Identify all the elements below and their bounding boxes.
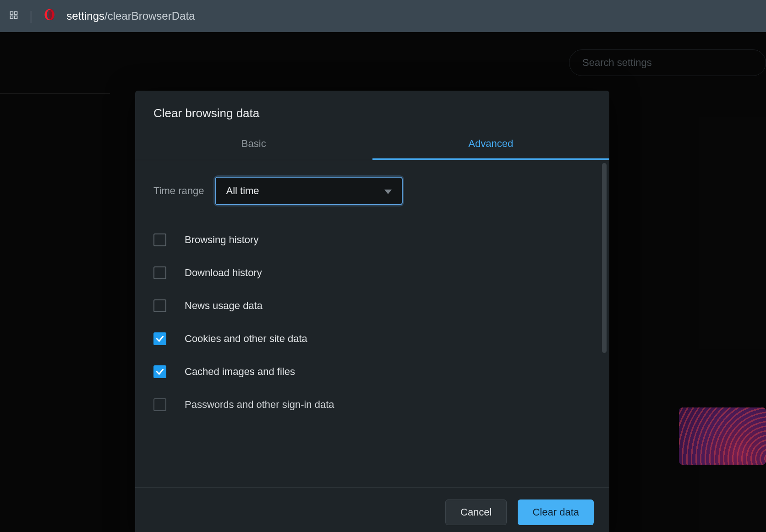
svg-rect-3 <box>15 16 17 19</box>
check-label: Browsing history <box>185 234 258 246</box>
clear-data-button[interactable]: Clear data <box>518 499 594 525</box>
check-row[interactable]: News usage data <box>153 289 591 322</box>
titlebar-separator: | <box>29 9 33 23</box>
address-url-path: /clearBrowserData <box>104 10 195 22</box>
svg-rect-1 <box>15 12 17 15</box>
svg-point-6 <box>49 9 55 20</box>
dialog-body: Time range All time Browsing historyDown… <box>135 160 609 487</box>
check-label: Passwords and other sign-in data <box>185 399 334 411</box>
check-label: Cookies and other site data <box>185 333 307 345</box>
check-row[interactable]: Cached images and files <box>153 355 591 388</box>
checkbox[interactable] <box>153 266 166 279</box>
time-range-value: All time <box>226 185 259 197</box>
dialog-tabs: Basic Advanced <box>135 133 609 160</box>
check-row[interactable]: Passwords and other sign-in data <box>153 388 591 421</box>
tab-advanced[interactable]: Advanced <box>372 133 610 160</box>
time-range-select[interactable]: All time <box>215 177 403 205</box>
page-body: ngs Search settings Clear browsing data … <box>0 32 766 532</box>
tab-basic-label: Basic <box>241 138 266 149</box>
cancel-button-label: Cancel <box>460 506 492 518</box>
clear-data-button-label: Clear data <box>532 506 579 518</box>
dropdown-caret-icon <box>384 185 392 197</box>
check-label: News usage data <box>185 300 263 312</box>
window-titlebar: | settings/clearBrowserData <box>0 0 766 32</box>
grid-apps-icon[interactable] <box>9 10 18 22</box>
dialog-footer: Cancel Clear data <box>135 487 609 532</box>
opera-logo-icon <box>44 9 55 23</box>
check-label: Cached images and files <box>185 366 295 378</box>
time-range-label: Time range <box>153 185 204 197</box>
checkbox[interactable] <box>153 299 166 312</box>
check-row[interactable]: Cookies and other site data <box>153 322 591 355</box>
clear-browsing-data-dialog: Clear browsing data Basic Advanced Time … <box>135 91 609 532</box>
cancel-button[interactable]: Cancel <box>445 499 507 525</box>
time-range-row: Time range All time <box>153 171 591 205</box>
svg-marker-7 <box>384 190 392 194</box>
svg-rect-0 <box>11 12 13 15</box>
dialog-title: Clear browsing data <box>135 91 609 133</box>
address-url[interactable]: settings/clearBrowserData <box>66 10 195 22</box>
scrollbar-thumb[interactable] <box>602 163 607 353</box>
tab-basic[interactable]: Basic <box>135 133 372 160</box>
checkbox[interactable] <box>153 233 166 246</box>
checkbox[interactable] <box>153 332 166 345</box>
check-row[interactable]: Download history <box>153 256 591 289</box>
check-row[interactable]: Browsing history <box>153 223 591 256</box>
checkbox[interactable] <box>153 398 166 411</box>
check-label: Download history <box>185 267 262 279</box>
svg-rect-2 <box>11 16 13 19</box>
tab-advanced-label: Advanced <box>468 138 513 149</box>
address-url-origin: settings <box>66 10 104 22</box>
clear-data-checklist: Browsing historyDownload historyNews usa… <box>153 223 591 421</box>
checkbox[interactable] <box>153 365 166 378</box>
